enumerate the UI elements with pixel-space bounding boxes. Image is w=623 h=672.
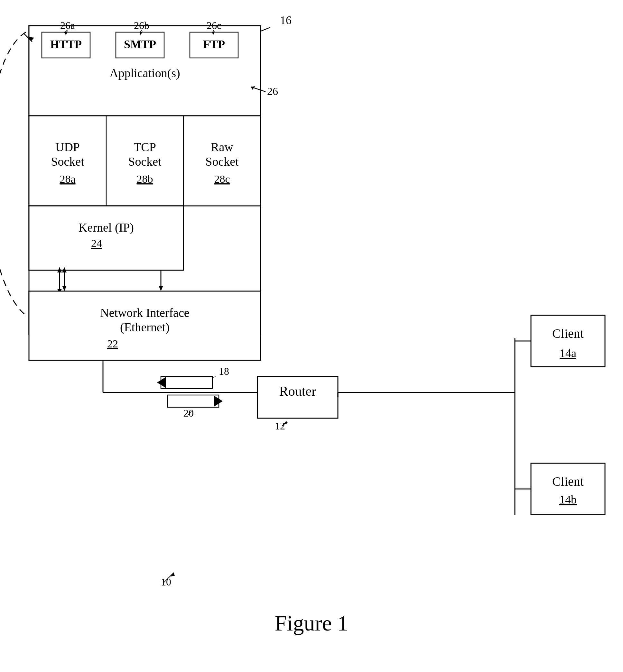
label-26a: 26a xyxy=(60,20,75,31)
label-26b: 26b xyxy=(134,20,149,31)
label-28a: 28a xyxy=(60,173,75,185)
network-interface-label2: (Ethernet) xyxy=(120,320,170,334)
raw-socket-label: Raw xyxy=(211,140,233,154)
packet-18-body xyxy=(161,376,212,389)
network-interface-label: Network Interface xyxy=(100,306,189,319)
label-28b: 28b xyxy=(137,173,153,185)
label-14a: 14a xyxy=(560,347,576,360)
diagram-container: 16 26 HTTP 26a SMTP 26b FTP 26c Applicat… xyxy=(0,0,623,672)
label-10: 10 xyxy=(161,576,171,588)
ftp-label: FTP xyxy=(203,38,225,51)
label-26: 26 xyxy=(267,85,278,97)
udp-socket-label2: Socket xyxy=(51,155,84,168)
label-28c: 28c xyxy=(214,173,230,185)
client-14a-label: Client xyxy=(552,326,584,341)
label-24: 24 xyxy=(91,237,102,249)
label-18: 18 xyxy=(219,365,229,377)
router-label: Router xyxy=(279,384,316,399)
label-14b: 14b xyxy=(559,493,577,506)
svg-line-23 xyxy=(213,376,216,378)
http-label: HTTP xyxy=(50,38,82,51)
figure-label: Figure 1 xyxy=(275,611,349,635)
dashed-arc xyxy=(0,32,26,315)
udp-socket-label: UDP xyxy=(55,140,80,154)
kernel-layer xyxy=(29,206,183,270)
client-14b-box xyxy=(531,463,605,515)
label-20: 20 xyxy=(183,407,194,419)
applications-text: Application(s) xyxy=(110,66,180,80)
raw-socket-label2: Socket xyxy=(205,155,239,168)
client-14b-label: Client xyxy=(552,474,584,489)
kernel-label: Kernel (IP) xyxy=(79,221,134,235)
label-16: 16 xyxy=(280,14,292,27)
tcp-socket-label: TCP xyxy=(134,140,156,154)
label-12: 12 xyxy=(275,420,285,432)
packet-20-body xyxy=(167,395,219,407)
smtp-label: SMTP xyxy=(124,38,156,51)
label-26c: 26c xyxy=(207,20,221,31)
tcp-socket-label2: Socket xyxy=(128,155,161,168)
label-22: 22 xyxy=(107,338,118,350)
svg-marker-36 xyxy=(171,573,175,577)
